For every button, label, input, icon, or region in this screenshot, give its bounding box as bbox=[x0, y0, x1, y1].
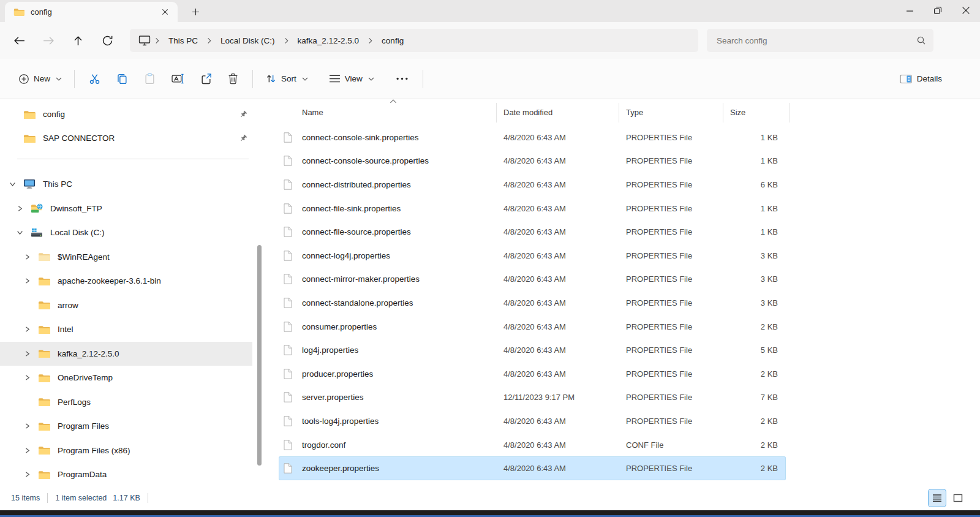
file-row[interactable]: consumer.properties 4/8/2020 6:43 AM PRO… bbox=[279, 315, 786, 339]
forward-button[interactable] bbox=[38, 30, 59, 51]
minimize-button[interactable] bbox=[895, 0, 924, 21]
details-view-toggle[interactable] bbox=[929, 489, 946, 507]
back-button[interactable] bbox=[9, 30, 29, 51]
file-name: connect-file-source.properties bbox=[297, 227, 503, 236]
column-header-date-modified[interactable]: Date modified bbox=[503, 108, 626, 117]
column-separator[interactable] bbox=[496, 103, 497, 123]
new-tab-button[interactable] bbox=[186, 2, 205, 21]
tree-item[interactable]: Program Files (x86) bbox=[0, 439, 265, 463]
file-icon bbox=[279, 227, 297, 237]
column-header-name[interactable]: Name bbox=[297, 108, 503, 117]
delete-button[interactable] bbox=[220, 68, 246, 89]
tree-chevron-icon[interactable] bbox=[23, 350, 31, 357]
rename-button[interactable] bbox=[164, 68, 192, 89]
sort-button[interactable]: Sort bbox=[259, 69, 314, 89]
tree-item[interactable]: arrow bbox=[0, 293, 265, 318]
file-size: 2 KB bbox=[730, 322, 783, 331]
breadcrumb-item[interactable]: Local Disk (C:) bbox=[216, 34, 280, 48]
more-button[interactable] bbox=[388, 72, 417, 86]
details-pane-button[interactable]: Details bbox=[894, 69, 948, 89]
tree-chevron-icon[interactable] bbox=[23, 253, 31, 260]
breadcrumb-item[interactable]: This PC bbox=[164, 34, 203, 48]
file-row[interactable]: connect-log4j.properties 4/8/2020 6:43 A… bbox=[279, 244, 786, 268]
close-button[interactable] bbox=[952, 0, 980, 21]
tree-item-label: Dwinsoft_FTP bbox=[50, 204, 102, 213]
tree-item-label: Intel bbox=[58, 325, 74, 334]
file-type: PROPERTIES File bbox=[626, 322, 730, 331]
tree-item[interactable]: This PC bbox=[0, 172, 265, 197]
file-size: 1 KB bbox=[730, 133, 783, 142]
file-row[interactable]: connect-console-source.properties 4/8/20… bbox=[279, 149, 786, 173]
file-type: PROPERTIES File bbox=[626, 393, 730, 402]
tree-item[interactable]: apache-zookeeper-3.6.1-bin bbox=[0, 269, 265, 293]
tab-title: config bbox=[31, 7, 158, 17]
up-button[interactable] bbox=[67, 30, 88, 51]
file-row[interactable]: connect-standalone.properties 4/8/2020 6… bbox=[279, 291, 786, 315]
tree-chevron-icon[interactable] bbox=[23, 326, 31, 333]
paste-button[interactable] bbox=[136, 68, 164, 89]
new-button[interactable]: New bbox=[12, 69, 68, 89]
file-type: PROPERTIES File bbox=[626, 133, 730, 142]
file-icon bbox=[279, 274, 297, 284]
pinned-folder-item[interactable]: SAP CONNECTOR bbox=[0, 126, 265, 150]
tree-item[interactable]: Local Disk (C:) bbox=[0, 221, 265, 245]
restore-button[interactable] bbox=[924, 0, 952, 21]
tree-chevron-icon[interactable] bbox=[16, 205, 23, 212]
breadcrumb-item[interactable]: config bbox=[377, 34, 409, 48]
selection-count: 1 item selected bbox=[55, 494, 107, 502]
file-icon bbox=[279, 440, 297, 450]
tree-chevron-icon[interactable] bbox=[9, 181, 16, 188]
file-date-modified: 4/8/2020 6:43 AM bbox=[503, 156, 626, 165]
icons-view-toggle[interactable] bbox=[949, 489, 967, 507]
column-separator[interactable] bbox=[619, 103, 619, 123]
tab-close-icon[interactable] bbox=[158, 6, 172, 19]
copy-button[interactable] bbox=[108, 68, 136, 89]
file-row[interactable]: connect-file-source.properties 4/8/2020 … bbox=[279, 220, 786, 244]
file-icon bbox=[279, 345, 297, 355]
search-input[interactable] bbox=[717, 36, 916, 45]
file-row[interactable]: trogdor.conf 4/8/2020 6:43 AM CONF File … bbox=[279, 433, 786, 457]
tree-chevron-icon[interactable] bbox=[23, 447, 31, 454]
tree-item[interactable]: Intel bbox=[0, 317, 265, 342]
view-button[interactable]: View bbox=[323, 69, 380, 88]
breadcrumb-item[interactable]: kafka_2.12-2.5.0 bbox=[293, 34, 364, 48]
column-separator[interactable] bbox=[789, 103, 790, 123]
tree-chevron-icon[interactable] bbox=[16, 229, 23, 236]
tree-chevron-icon[interactable] bbox=[23, 374, 31, 382]
pinned-folder-item[interactable]: config bbox=[0, 102, 265, 126]
tree-item[interactable]: $WinREAgent bbox=[0, 245, 265, 270]
file-row[interactable]: connect-distributed.properties 4/8/2020 … bbox=[279, 173, 786, 197]
share-button[interactable] bbox=[192, 68, 220, 89]
file-row[interactable]: connect-mirror-maker.properties 4/8/2020… bbox=[279, 268, 786, 292]
column-header-size[interactable]: Size bbox=[730, 108, 783, 117]
file-row[interactable]: zookeeper.properties 4/8/2020 6:43 AM PR… bbox=[279, 456, 786, 480]
file-row[interactable]: connect-file-sink.properties 4/8/2020 6:… bbox=[279, 197, 786, 221]
navigation-pane: config SAP CONNECTOR This PC Dwinsoft_FT… bbox=[0, 99, 265, 485]
sidebar-scrollbar-thumb[interactable] bbox=[257, 245, 262, 466]
file-row[interactable]: server.properties 12/11/2023 9:17 PM PRO… bbox=[279, 386, 786, 410]
tree-item[interactable]: Program Files bbox=[0, 414, 265, 439]
column-separator[interactable] bbox=[723, 103, 723, 123]
file-row[interactable]: log4j.properties 4/8/2020 6:43 AM PROPER… bbox=[279, 338, 786, 362]
column-header-type[interactable]: Type bbox=[626, 108, 730, 117]
folder-icon bbox=[23, 110, 36, 119]
tree-chevron-icon[interactable] bbox=[23, 423, 31, 430]
tree-item[interactable]: Dwinsoft_FTP bbox=[0, 197, 265, 221]
tree-item[interactable]: ProgramData bbox=[0, 462, 265, 485]
refresh-button[interactable] bbox=[97, 30, 118, 51]
file-icon bbox=[279, 322, 297, 332]
tree-chevron-icon[interactable] bbox=[23, 471, 31, 478]
tree-item-label: apache-zookeeper-3.6.1-bin bbox=[58, 276, 161, 285]
cut-button[interactable] bbox=[81, 68, 108, 89]
file-row[interactable]: connect-console-sink.properties 4/8/2020… bbox=[279, 126, 786, 149]
tree-chevron-icon[interactable] bbox=[23, 277, 31, 285]
tree-item-icon bbox=[31, 203, 43, 213]
tree-item[interactable]: kafka_2.12-2.5.0 bbox=[0, 342, 252, 366]
address-bar[interactable]: This PCLocal Disk (C:)kafka_2.12-2.5.0co… bbox=[130, 29, 698, 52]
tab-config[interactable]: config bbox=[5, 2, 178, 22]
tree-item[interactable]: PerfLogs bbox=[0, 390, 265, 415]
file-type: PROPERTIES File bbox=[626, 227, 730, 236]
tree-item[interactable]: OneDriveTemp bbox=[0, 366, 265, 390]
file-row[interactable]: tools-log4j.properties 4/8/2020 6:43 AM … bbox=[279, 409, 786, 433]
file-row[interactable]: producer.properties 4/8/2020 6:43 AM PRO… bbox=[279, 362, 786, 386]
